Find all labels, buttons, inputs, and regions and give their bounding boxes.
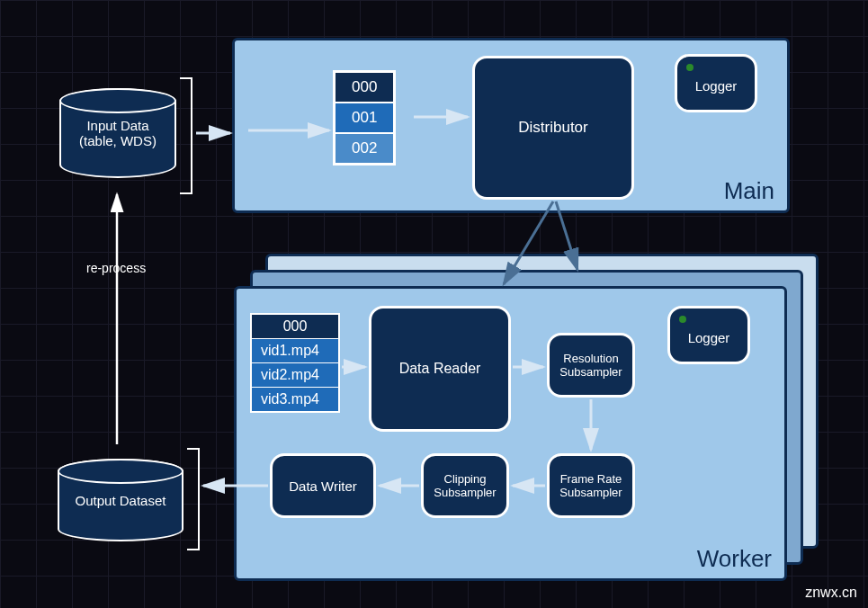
shard-row-2: 002 <box>336 134 393 163</box>
file-row-1: vid2.mp4 <box>252 363 338 388</box>
shard-row-1: 001 <box>336 103 393 134</box>
framerate-subsampler-node: Frame Rate Subsampler <box>547 453 635 518</box>
output-bracket <box>187 448 200 550</box>
worker-panel-label: Worker <box>697 545 772 573</box>
data-writer-node: Data Writer <box>270 453 376 518</box>
shard-table: 000 001 002 <box>333 70 396 165</box>
input-data-line1: Input Data <box>61 118 174 133</box>
framerate-l2: Subsampler <box>559 486 622 499</box>
status-dot-icon <box>679 316 686 323</box>
worker-logger-node: Logger <box>667 306 750 364</box>
distributor-label: Distributor <box>518 119 587 137</box>
output-dataset-cylinder: Output Dataset <box>58 459 183 541</box>
clipping-l2: Subsampler <box>434 486 496 499</box>
resolution-subsampler-node: Resolution Subsampler <box>547 333 635 398</box>
status-dot-icon <box>686 64 694 71</box>
main-logger-node: Logger <box>675 54 757 112</box>
main-logger-label: Logger <box>695 78 738 94</box>
watermark-text: znwx.cn <box>805 585 857 601</box>
input-data-cylinder: Input Data (table, WDS) <box>59 88 176 178</box>
input-bracket <box>180 77 192 194</box>
file-row-2: vid3.mp4 <box>252 388 338 411</box>
distributor-node: Distributor <box>472 56 634 200</box>
reprocess-label: re-process <box>86 261 146 275</box>
clipping-l1: Clipping <box>444 472 487 486</box>
input-data-line2: (table, WDS) <box>61 133 174 148</box>
file-table-header: 000 <box>252 315 338 339</box>
clipping-subsampler-node: Clipping Subsampler <box>421 453 509 518</box>
data-writer-label: Data Writer <box>289 478 357 494</box>
file-row-0: vid1.mp4 <box>252 339 338 363</box>
data-reader-label: Data Reader <box>399 361 481 377</box>
worker-logger-label: Logger <box>688 330 730 345</box>
shard-row-0: 000 <box>336 73 393 103</box>
data-reader-node: Data Reader <box>369 306 511 432</box>
main-panel-label: Main <box>724 177 774 205</box>
resolution-l1: Resolution <box>563 352 618 365</box>
resolution-l2: Subsampler <box>559 365 622 379</box>
output-dataset-label: Output Dataset <box>59 493 182 508</box>
framerate-l1: Frame Rate <box>560 472 622 486</box>
file-table: 000 vid1.mp4 vid2.mp4 vid3.mp4 <box>250 313 340 413</box>
